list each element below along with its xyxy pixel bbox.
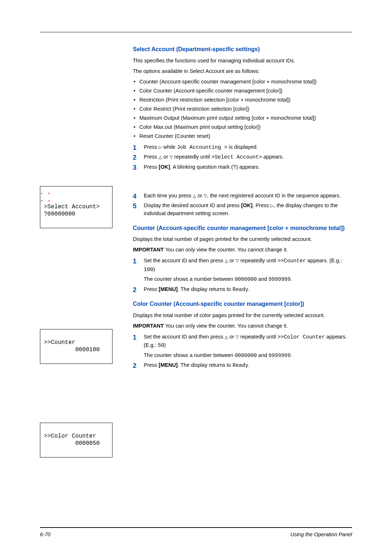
code-text: 9999999 — [269, 353, 291, 358]
list-item: Color Restrict (Print restriction select… — [139, 105, 352, 113]
text: repeatedly until — [239, 334, 277, 340]
text: repeatedly until — [239, 258, 277, 263]
code-text: Job Accounting > — [177, 144, 227, 150]
intro-text: Displays the total number of pages print… — [133, 235, 352, 243]
step-item: 1 Set the account ID and then press △ or… — [144, 333, 352, 360]
up-triangle-icon: △ — [225, 258, 228, 264]
heading-color-counter: Color Counter (Account-specific counter … — [133, 300, 352, 308]
up-triangle-icon: △ — [225, 334, 228, 341]
lcd-line: 0000100 — [44, 346, 100, 353]
list-item: Counter (Account-specific counter manage… — [139, 78, 352, 86]
page-footer: 6-70 Using the Operation Panel — [40, 532, 352, 537]
step-item: 3 Press [OK]. A blinking question mark (… — [144, 163, 352, 171]
lcd-color-counter: >>Color Counter 0000050 — [40, 423, 113, 457]
text: or — [228, 334, 236, 340]
blink-indicator: ▾▾ ▾▾ — [42, 193, 51, 202]
text: . — [291, 352, 292, 358]
step-item: 1 Set the account ID and then press △ or… — [144, 257, 352, 283]
step-item: 2 Press [MENU]. The display returns to R… — [144, 285, 352, 294]
step-item: 1 Press ▷ while Job Accounting > is disp… — [144, 143, 352, 151]
text: The counter shows a number between — [144, 352, 235, 358]
text: You can only view the counter. You canno… — [164, 247, 288, 253]
code-text: Ready — [233, 362, 249, 368]
code-text: >>Counter — [278, 258, 306, 264]
right-triangle-icon: ▷ — [270, 202, 274, 209]
important-note: IMPORTANT You can only view the counter.… — [133, 246, 352, 254]
text: is displayed. — [227, 144, 258, 150]
page-number: 6-70 — [40, 532, 50, 537]
code-text: 100 — [144, 267, 153, 272]
up-triangle-icon: △ — [159, 154, 162, 161]
intro-text: The options available in Select Account … — [133, 67, 352, 75]
text: and — [257, 276, 269, 282]
text: and — [257, 352, 269, 358]
code-text: 9999999 — [269, 276, 291, 282]
code-text: 50 — [158, 342, 164, 348]
step-item: 5 Display the desired account ID and pre… — [144, 201, 352, 218]
text: . The display returns to — [177, 286, 232, 292]
intro-text: This specifies the functions used for ma… — [133, 57, 352, 65]
text: . — [248, 362, 250, 368]
list-item: Restriction (Print restriction selection… — [139, 96, 352, 104]
list-item: Maximum Output (Maximum print output set… — [139, 114, 352, 122]
text: Press — [144, 164, 159, 170]
text: while — [162, 144, 177, 150]
text: or — [162, 154, 170, 160]
text: Press — [144, 362, 159, 368]
text: Press — [144, 286, 159, 292]
footer-rule — [40, 527, 352, 528]
right-triangle-icon: ▷ — [159, 144, 162, 151]
important-label: IMPORTANT — [133, 247, 164, 253]
important-label: IMPORTANT — [133, 323, 164, 329]
step-item: 4 Each time you press △ or ▽, the next r… — [144, 192, 352, 200]
options-list: Counter (Account-specific counter manage… — [133, 78, 352, 140]
text: appears. (E.g.: — [306, 258, 342, 263]
text: Set the account ID and then press — [144, 258, 225, 263]
step-item: 2 Press [MENU]. The display returns to R… — [144, 361, 352, 369]
important-note: IMPORTANT You can only view the counter.… — [133, 322, 352, 330]
text: repeatedly until — [173, 154, 211, 160]
down-triangle-icon: ▽ — [236, 258, 239, 264]
text: Press — [144, 144, 159, 150]
text: , the next registered account ID in the … — [207, 193, 340, 198]
text: ) appears. — [236, 164, 260, 170]
text: . A blinking question mark ( — [170, 164, 233, 170]
code-text: >>Color Counter — [278, 334, 325, 340]
key-label: [OK] — [241, 202, 252, 208]
text: Each time you press — [144, 193, 193, 198]
text: The counter shows a number between — [144, 276, 235, 282]
key-label: [MENU] — [159, 362, 177, 368]
text: . Press — [253, 202, 270, 208]
code-text: Ready — [233, 287, 249, 292]
down-triangle-icon: ▽ — [170, 154, 173, 161]
text: Press — [144, 154, 159, 160]
text: . — [248, 286, 250, 292]
lcd-line: >>Color Counter — [44, 433, 96, 439]
list-item: Color Max.out (Maximum print output sett… — [139, 123, 352, 131]
text: or — [196, 193, 204, 198]
text: Display the desired account ID and press — [144, 202, 241, 208]
page-title: Using the Operation Panel — [290, 532, 352, 537]
text: ) — [164, 342, 166, 348]
text: appears. — [262, 154, 284, 160]
key-label: [OK] — [159, 164, 170, 170]
lcd-line: >>Counter — [44, 339, 75, 346]
key-label: [MENU] — [159, 286, 177, 292]
down-triangle-icon: ▽ — [236, 334, 239, 341]
text: You can only view the counter. You canno… — [164, 323, 288, 329]
lcd-line: 0000050 — [44, 440, 100, 447]
code-text: 0000000 — [235, 353, 257, 358]
text: ) — [153, 266, 155, 272]
heading-select-account: Select Account (Department-specific sett… — [133, 45, 352, 53]
top-rule — [40, 32, 352, 32]
lcd-select-account: ▾▾ ▾▾ >Select Account> ?00000000 — [40, 186, 113, 228]
text: or — [228, 258, 236, 263]
list-item: Reset Counter (Counter reset) — [139, 132, 352, 140]
code-text: 0000000 — [235, 276, 257, 282]
text: . — [291, 276, 292, 282]
code-text: >Select Account> — [211, 154, 262, 160]
code-text: ? — [233, 164, 236, 170]
heading-counter: Counter (Account-specific counter manage… — [133, 224, 352, 232]
lcd-counter: >>Counter 0000100 — [40, 329, 113, 364]
step-item: 2 Press △ or ▽ repeatedly until >Select … — [144, 153, 352, 161]
